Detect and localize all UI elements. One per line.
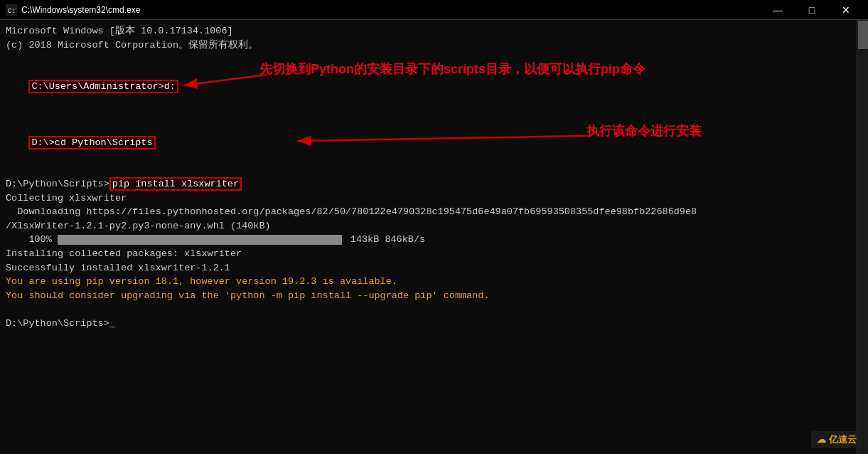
terminal-line-10: Downloading https://files.pythonhosted.o…	[6, 205, 862, 219]
terminal-line-4: C:\Users\Administrator>d:	[6, 66, 862, 108]
watermark-icon: ☁	[817, 434, 826, 445]
window-title: C:\Windows\system32\cmd.exe	[21, 5, 140, 15]
title-bar-left: C:\ C:\Windows\system32\cmd.exe	[6, 4, 140, 16]
terminal-line-14: Successfully installed xlsxwriter-1.2.1	[6, 261, 862, 275]
terminal-line-13: Installing collected packages: xlsxwrite…	[6, 247, 862, 261]
cmd-highlight-1: C:\Users\Administrator>d:	[28, 80, 178, 93]
terminal-line-15: You are using pip version 18.1, however …	[6, 275, 862, 289]
watermark-text: 亿速云	[829, 434, 857, 445]
terminal-line-9: Collecting xlsxwriter	[6, 191, 862, 206]
terminal-line-3	[6, 52, 862, 66]
progress-bar	[58, 235, 345, 245]
terminal-line-12: 100% 143kB 846kB/s	[6, 233, 862, 247]
maximize-button[interactable]: □	[795, 0, 828, 20]
scrollbar[interactable]	[857, 20, 868, 454]
terminal-window: Microsoft Windows [版本 10.0.17134.1006] (…	[0, 20, 868, 454]
watermark: ☁ 亿速云	[811, 431, 862, 448]
terminal-line-16: You should consider upgrading via the 'p…	[6, 289, 862, 303]
progress-size: 143kB 846kB/s	[350, 233, 425, 247]
terminal-line-17	[6, 302, 862, 317]
terminal-line-11: /XlsxWriter-1.2.1-py2.py3-none-any.whl (…	[6, 219, 862, 233]
progress-percent: 100%	[6, 233, 52, 247]
title-bar: C:\ C:\Windows\system32\cmd.exe — □ ✕	[0, 0, 868, 20]
terminal-line-5	[6, 107, 862, 122]
watermark-logo: ☁ 亿速云	[817, 433, 857, 446]
pip-cmd-highlight: pip install xlsxwriter	[109, 177, 242, 191]
terminal-line-2: (c) 2018 Microsoft Corporation。保留所有权利。	[6, 38, 862, 53]
terminal-line-18: D:\Python\Scripts>_	[6, 317, 862, 331]
minimize-button[interactable]: —	[761, 0, 794, 20]
close-button[interactable]: ✕	[830, 0, 862, 20]
terminal-line-8: D:\Python\Scripts>pip install xlsxwriter	[6, 177, 862, 191]
terminal-line-7	[6, 164, 862, 178]
scrollbar-thumb[interactable]	[858, 21, 868, 49]
terminal-line-6: D:\>cd Python\Scripts	[6, 122, 862, 164]
cmd-icon: C:\	[6, 4, 17, 16]
svg-text:C:\: C:\	[8, 8, 16, 15]
terminal-line-1: Microsoft Windows [版本 10.0.17134.1006]	[6, 24, 862, 38]
cmd-highlight-2: D:\>cd Python\Scripts	[28, 136, 155, 149]
window-controls: — □ ✕	[761, 0, 862, 20]
